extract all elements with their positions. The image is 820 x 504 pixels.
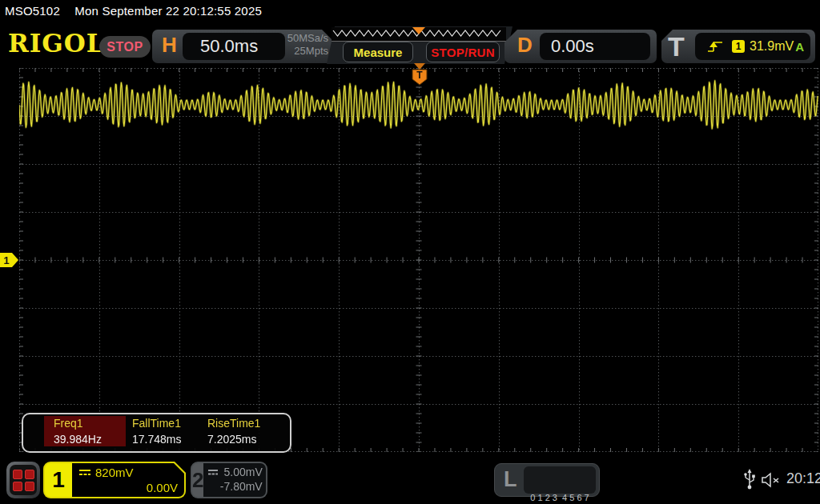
measure-button[interactable]: Measure <box>343 42 413 62</box>
trigger-position-marker-icon[interactable]: T <box>409 63 430 86</box>
channel1-tab[interactable]: 1 820mV 0.00V <box>43 462 186 498</box>
svg-text:1: 1 <box>3 254 9 266</box>
delay-panel[interactable]: D 0.00s <box>504 30 657 63</box>
channel2-scale: 5.00mV <box>223 466 262 478</box>
windows-menu-button[interactable] <box>6 462 40 498</box>
run-stop-button[interactable]: STOP/RUN <box>426 42 500 62</box>
measurement-results-box[interactable]: Freq1 39.984Hz FallTime1 17.748ms RiseTi… <box>22 413 291 453</box>
channel2-badge: 2 <box>192 463 203 497</box>
horizontal-panel[interactable]: H 50.0ms 50MSa/s 25Mpts <box>152 30 335 63</box>
logic-analyzer-label: L <box>504 467 517 492</box>
trigger-panel[interactable]: T 1 31.9mV A <box>661 30 815 63</box>
svg-text:T: T <box>416 70 423 81</box>
horizontal-label: H <box>162 33 177 58</box>
sample-rate: 50MSa/s <box>287 32 328 45</box>
channel1-scale: 820mV <box>95 466 134 479</box>
timebase-field[interactable]: 50.0ms <box>183 33 285 60</box>
logic-channel-list: 0 1 2 3 4 5 6 7 8 9 1011 12131415 <box>524 466 596 494</box>
channel2-tab[interactable]: 2 5.00mV -7.80mV <box>191 462 267 498</box>
clock-text: 20:12 <box>786 470 820 487</box>
channel1-badge: 1 <box>45 463 72 497</box>
dc-coupling-icon <box>208 469 219 476</box>
channel2-offset: -7.80mV <box>208 480 262 493</box>
logic-analyzer-tab[interactable]: L 0 1 2 3 4 5 6 7 8 9 1011 12131415 <box>494 463 600 497</box>
delay-value: 0.00s <box>551 36 594 57</box>
measurement-freq[interactable]: Freq1 39.984Hz <box>54 417 102 446</box>
usb-icon <box>743 469 756 490</box>
delay-label: D <box>517 33 533 58</box>
model-name: MSO5102 <box>5 4 60 18</box>
measurement-risetime[interactable]: RiseTime1 7.2025ms <box>207 417 260 446</box>
dc-coupling-icon <box>78 469 91 477</box>
trigger-field[interactable]: 1 31.9mV A <box>695 33 810 60</box>
trigger-sweep-mode: A <box>795 40 804 54</box>
windows-grid-icon <box>10 465 37 495</box>
channel1-offset-marker-icon[interactable]: 1 <box>0 251 20 269</box>
zigzag-wave-icon <box>332 27 506 41</box>
acquisition-status-badge: STOP <box>99 36 151 58</box>
timebase-value: 50.0ms <box>200 36 258 57</box>
rigol-logo: RIGOL <box>8 31 105 56</box>
datetime-text: Mon September 22 20:12:55 2025 <box>74 4 262 18</box>
status-bar: MSO5102 Mon September 22 20:12:55 2025 <box>5 4 262 18</box>
trigger-slope-icon <box>706 39 724 54</box>
trigger-label: T <box>668 31 685 62</box>
waveform-display[interactable] <box>19 68 818 452</box>
waveform-position-indicator[interactable] <box>332 27 506 42</box>
channel1-offset: 0.00V <box>78 481 178 494</box>
measurement-falltime[interactable]: FallTime1 17.748ms <box>132 417 181 446</box>
sample-rate-block: 50MSa/s 25Mpts <box>287 32 328 58</box>
memory-depth: 25Mpts <box>287 45 328 58</box>
trigger-level-value: 31.9mV <box>750 39 794 54</box>
delay-field[interactable]: 0.00s <box>540 33 650 60</box>
trigger-source-badge: 1 <box>732 40 745 53</box>
oscilloscope-screen: MSO5102 Mon September 22 20:12:55 2025 R… <box>0 0 820 504</box>
speaker-muted-icon[interactable] <box>761 472 782 488</box>
